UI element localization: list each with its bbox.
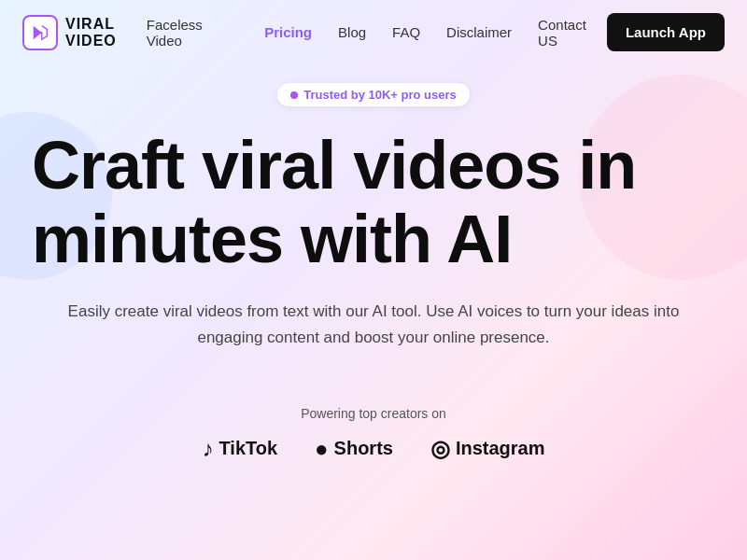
logo-icon [22, 15, 58, 50]
tiktok-icon: ♪ [202, 436, 213, 462]
logo-line2: VIDEO [65, 33, 117, 49]
nav-contact[interactable]: Contact US [538, 17, 607, 49]
shorts-icon: ● [315, 436, 329, 462]
logo[interactable]: VIRAL VIDEO [22, 15, 117, 50]
platform-instagram: ◎ Instagram [430, 436, 545, 462]
hero-title-line1: Craft viral videos in [32, 128, 636, 203]
instagram-label: Instagram [456, 438, 545, 459]
navbar: VIRAL VIDEO Faceless Video Pricing Blog … [0, 0, 747, 64]
logo-line1: VIRAL [65, 16, 117, 33]
nav-faceless-video[interactable]: Faceless Video [147, 17, 238, 49]
nav-faq[interactable]: FAQ [392, 24, 420, 40]
nav-blog[interactable]: Blog [338, 24, 366, 40]
nav-disclaimer[interactable]: Disclaimer [446, 24, 512, 40]
launch-app-button[interactable]: Launch App [607, 13, 725, 51]
logo-text: VIRAL VIDEO [65, 16, 117, 49]
hero-title: Craft viral videos in minutes with AI [22, 129, 725, 276]
powering-section: Powering top creators on ♪ TikTok ● Shor… [0, 387, 747, 462]
platform-tiktok: ♪ TikTok [202, 436, 277, 462]
hero-subtitle: Easily create viral videos from text wit… [47, 299, 700, 349]
platform-shorts: ● Shorts [315, 436, 393, 462]
trust-badge-text: Trusted by 10K+ pro users [303, 88, 457, 102]
nav-links: Faceless Video Pricing Blog FAQ Disclaim… [147, 17, 607, 49]
platform-logos: ♪ TikTok ● Shorts ◎ Instagram [22, 436, 725, 462]
shorts-label: Shorts [334, 438, 393, 459]
trust-badge: Trusted by 10K+ pro users [277, 83, 470, 106]
trust-dot [290, 91, 298, 99]
tiktok-label: TikTok [218, 438, 277, 459]
instagram-icon: ◎ [430, 436, 450, 462]
nav-pricing[interactable]: Pricing [264, 24, 312, 40]
hero-title-line2: minutes with AI [32, 202, 512, 276]
powering-label: Powering top creators on [22, 406, 725, 421]
hero-section: Trusted by 10K+ pro users Craft viral vi… [0, 64, 747, 350]
